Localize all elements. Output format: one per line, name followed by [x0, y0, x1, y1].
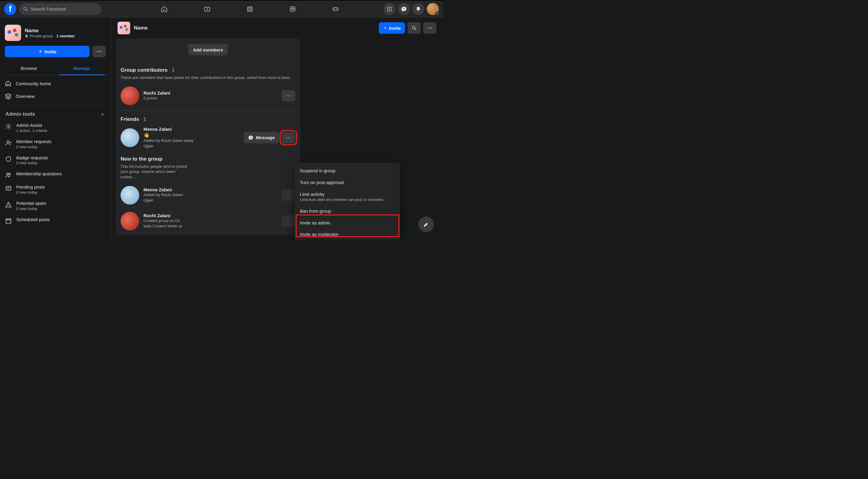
- member-added: Added by Rochi Zalani: [144, 192, 183, 198]
- new-group-desc: This list includes people who've joined …: [121, 164, 187, 180]
- contributor-row: Rochi Zalani 0 points ···: [121, 85, 296, 110]
- contributors-title: Group contributors · 1: [121, 67, 296, 73]
- admin-tools-header[interactable]: Admin tools: [2, 109, 108, 120]
- people-icon: [5, 172, 12, 178]
- svg-point-15: [391, 10, 392, 11]
- svg-point-11: [389, 8, 390, 9]
- member-more-button[interactable]: ···: [281, 190, 296, 201]
- sidebar-tabs: Browse Manage: [2, 61, 108, 75]
- menu-invite-moderator[interactable]: Invite as moderator: [297, 229, 398, 240]
- tool-admin-assist[interactable]: Admin Assist1 action, 1 criteria: [2, 120, 108, 136]
- search-input[interactable]: [31, 6, 98, 11]
- svg-point-16: [97, 51, 98, 52]
- tool-potential-spam[interactable]: Potential spam0 new today: [2, 198, 108, 214]
- svg-point-20: [7, 140, 9, 142]
- svg-point-2: [291, 7, 292, 9]
- member-avatar[interactable]: [121, 128, 139, 147]
- facebook-logo[interactable]: f: [4, 3, 16, 15]
- messenger-button[interactable]: [398, 3, 410, 15]
- member-name[interactable]: Meena Zalani: [144, 127, 193, 132]
- sidebar-invite-button[interactable]: Invite: [5, 46, 90, 57]
- nav-marketplace[interactable]: [242, 2, 258, 16]
- svg-point-18: [100, 51, 101, 52]
- tab-browse[interactable]: Browse: [2, 61, 56, 75]
- group-header[interactable]: Name Private group·1 member: [2, 22, 108, 43]
- group-thumbnail: [5, 25, 21, 41]
- content-more-button[interactable]: [423, 22, 436, 34]
- menu-post-approval[interactable]: Turn on post approval: [297, 177, 398, 189]
- content-area: Name Invite Add members Group contributo…: [111, 18, 443, 240]
- tool-member-requests[interactable]: Member requests0 new today: [2, 136, 108, 152]
- account-avatar[interactable]: [427, 3, 439, 15]
- svg-point-8: [389, 7, 390, 7]
- layers-icon: [5, 93, 11, 99]
- group-name: Name: [25, 28, 75, 34]
- sidebar-more-button[interactable]: [93, 46, 106, 57]
- divider: [121, 61, 296, 62]
- nav-groups[interactable]: [285, 2, 301, 16]
- content-search-button[interactable]: [407, 22, 421, 34]
- content-invite-button[interactable]: Invite: [379, 22, 405, 34]
- member-name[interactable]: Rochi Zalani: [144, 213, 182, 218]
- tool-membership-questions[interactable]: Membership questions: [2, 168, 108, 181]
- shield-icon: [5, 156, 12, 162]
- nav-overview[interactable]: Overview: [2, 90, 108, 102]
- watch-icon: [204, 5, 211, 13]
- member-avatar[interactable]: [121, 186, 139, 204]
- svg-point-1: [290, 6, 296, 12]
- lock-icon: [25, 34, 28, 38]
- member-avatar[interactable]: [121, 212, 139, 230]
- user-plus-icon: [5, 139, 12, 146]
- nav-community-home[interactable]: Community home: [2, 77, 108, 90]
- menu-grid-button[interactable]: [383, 3, 396, 15]
- add-members-button[interactable]: Add members: [188, 44, 228, 56]
- member-more-button-highlighted[interactable]: ···: [281, 132, 296, 143]
- search-box[interactable]: [19, 3, 101, 15]
- svg-point-22: [9, 173, 10, 175]
- member-more-button[interactable]: ···: [281, 215, 296, 227]
- gaming-icon: [332, 5, 339, 13]
- group-thumbnail-small: [118, 22, 130, 34]
- member-more-button[interactable]: ···: [281, 90, 296, 101]
- tool-badge-requests[interactable]: Badge requests0 new today: [2, 152, 108, 168]
- member-name[interactable]: Rochi Zalani: [144, 90, 170, 96]
- chevron-up-icon: [100, 111, 105, 117]
- compose-fab[interactable]: [418, 217, 434, 232]
- svg-point-12: [391, 8, 392, 9]
- new-member-row: Rochi Zalani Created group on Oc Web Con…: [121, 210, 296, 230]
- tool-pending-posts[interactable]: Pending posts0 new today: [2, 181, 108, 198]
- menu-suspend[interactable]: Suspend in group: [297, 165, 398, 177]
- bell-icon: [415, 6, 421, 12]
- grid-icon: [386, 6, 393, 12]
- tab-manage[interactable]: Manage: [56, 61, 108, 75]
- member-city: Ujjain: [144, 143, 193, 149]
- search-icon: [411, 25, 417, 31]
- svg-point-27: [431, 28, 432, 29]
- svg-point-9: [391, 7, 392, 7]
- member-avatar[interactable]: [121, 87, 139, 105]
- menu-invite-admin[interactable]: Invite as admin: [297, 217, 398, 229]
- notifications-button[interactable]: [412, 3, 424, 15]
- top-nav: [101, 2, 383, 16]
- nav-watch[interactable]: [199, 2, 215, 16]
- menu-ban[interactable]: Ban from group: [297, 205, 398, 217]
- new-member-row: Meena Zalani Added by Rochi Zalani Ujjai…: [121, 184, 296, 210]
- nav-home[interactable]: [156, 2, 172, 16]
- chevron-down-icon: [435, 11, 439, 16]
- nav-gaming[interactable]: [328, 2, 343, 16]
- member-name[interactable]: Meena Zalani: [144, 187, 183, 192]
- tool-scheduled-posts[interactable]: Scheduled posts: [2, 214, 108, 227]
- dots-icon: [427, 25, 433, 31]
- messenger-icon: [401, 6, 407, 12]
- edit-icon: [423, 221, 430, 228]
- message-button[interactable]: Message: [244, 132, 279, 143]
- member-sub: Web Content Writer at: [144, 224, 182, 229]
- groups-icon: [289, 5, 296, 13]
- member-action-menu: Suspend in group Turn on post approval L…: [294, 163, 400, 240]
- svg-point-17: [99, 51, 100, 52]
- member-points: 0 points: [144, 96, 170, 101]
- gear-icon: [5, 123, 12, 130]
- members-card: Add members Group contributors · 1 These…: [116, 38, 300, 235]
- menu-limit-activity[interactable]: Limit activity Limit how often this memb…: [297, 189, 398, 205]
- friend-row: Meena Zalani 👋 Added by Rochi Zalani tod…: [121, 122, 296, 154]
